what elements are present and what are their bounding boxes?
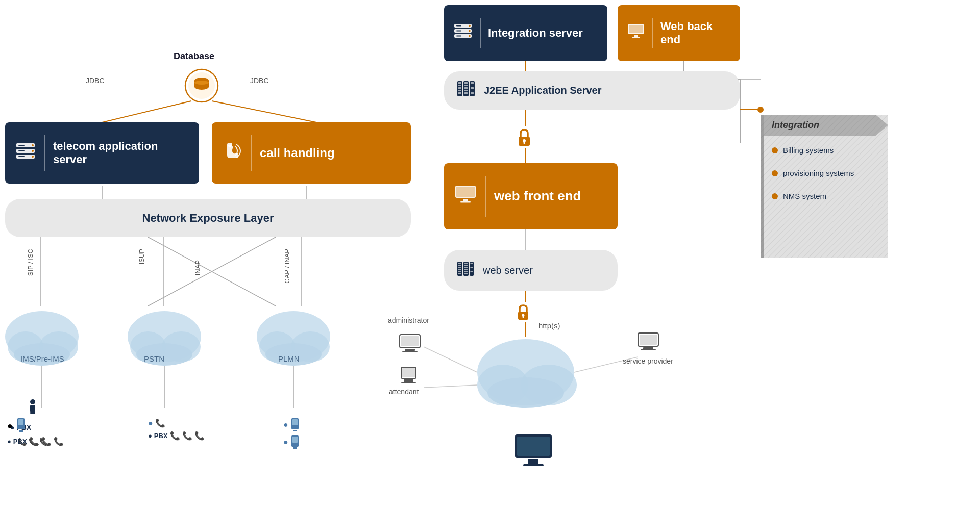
svg-rect-105: [456, 187, 475, 197]
svg-rect-123: [471, 263, 473, 264]
svg-rect-117: [464, 265, 468, 266]
svg-point-77: [469, 25, 471, 27]
webserver-icon: [456, 261, 475, 280]
svg-rect-114: [458, 273, 461, 274]
svg-rect-116: [464, 263, 468, 264]
svg-rect-132: [402, 351, 418, 352]
architecture-diagram: Database JDBC JDBC telecom application s…: [0, 0, 980, 513]
svg-point-40: [477, 365, 528, 405]
svg-rect-124: [471, 267, 473, 268]
svg-rect-112: [458, 269, 461, 270]
svg-rect-98: [471, 82, 474, 84]
j2ee-box: J2EE Application Server: [444, 71, 740, 110]
svg-rect-74: [456, 25, 461, 27]
svg-rect-3: [194, 81, 209, 87]
svg-rect-146: [761, 115, 888, 258]
ims-cloud-label: IMS/Pre-IMS: [20, 354, 64, 363]
svg-line-13: [148, 237, 276, 306]
svg-rect-89: [458, 90, 461, 91]
ims-bottom-devices: ● ● PBX 📞 📞 📞: [7, 418, 64, 446]
pstn-cloud-label: PSTN: [144, 354, 164, 363]
administrator-icon: [397, 330, 423, 358]
svg-line-43: [424, 347, 477, 372]
svg-point-2: [194, 78, 209, 84]
svg-rect-82: [634, 35, 638, 37]
svg-line-7: [212, 101, 316, 122]
svg-rect-56: [18, 150, 24, 151]
svg-rect-109: [458, 263, 461, 264]
j2ee-server-icon: [456, 80, 476, 101]
svg-rect-75: [456, 31, 461, 32]
divider: [251, 135, 252, 171]
svg-rect-55: [18, 145, 24, 146]
svg-rect-99: [471, 87, 474, 89]
network-exposure-label: Network Exposure Layer: [142, 212, 274, 225]
divider: [480, 18, 481, 48]
database-label: Database: [174, 51, 214, 62]
svg-point-5: [194, 81, 209, 85]
svg-rect-57: [18, 156, 24, 157]
plmn-cloud-label: PLMN: [278, 354, 300, 363]
svg-point-54: [32, 156, 34, 158]
big-monitor-icon: [513, 433, 554, 476]
svg-point-0: [185, 69, 218, 102]
svg-point-79: [469, 35, 471, 37]
svg-rect-130: [401, 336, 419, 346]
svg-rect-100: [471, 92, 474, 94]
divider: [652, 18, 653, 48]
network-exposure-box: Network Exposure Layer: [5, 199, 411, 237]
svg-rect-131: [405, 349, 415, 351]
svg-rect-69: [293, 447, 297, 449]
svg-rect-143: [528, 459, 538, 464]
web-frontend-label: web front end: [494, 188, 581, 204]
integration-server-icon: [453, 23, 473, 43]
jdbc-left-label: JDBC: [86, 76, 105, 85]
web-frontend-box: web front end: [444, 163, 618, 229]
svg-rect-107: [460, 201, 471, 203]
svg-rect-118: [464, 267, 468, 268]
telecom-box-label: telecom application server: [53, 140, 189, 167]
svg-rect-144: [523, 464, 544, 466]
svg-line-12: [148, 237, 276, 306]
svg-rect-110: [458, 265, 461, 266]
svg-rect-134: [402, 368, 415, 377]
svg-rect-106: [463, 199, 468, 201]
svg-point-1: [188, 72, 215, 99]
service-provider-icon: [635, 329, 661, 356]
telecom-application-server-box: telecom application server: [5, 122, 199, 184]
svg-point-21: [162, 331, 201, 362]
svg-point-41: [521, 365, 577, 405]
svg-rect-95: [464, 90, 468, 91]
web-server-label: web server: [483, 265, 533, 276]
svg-line-44: [424, 385, 477, 388]
divider: [44, 135, 45, 171]
service-provider-label: service provider: [623, 357, 673, 365]
web-server-box: web server: [444, 250, 618, 291]
svg-rect-70: [292, 437, 298, 443]
integration-panel-lines: [761, 115, 888, 258]
administrator-label: administrator: [388, 316, 429, 324]
svg-rect-59: [30, 405, 35, 412]
svg-rect-125: [471, 271, 473, 272]
svg-rect-87: [458, 85, 461, 86]
svg-rect-136: [401, 382, 416, 383]
svg-point-4: [194, 84, 209, 90]
svg-rect-111: [458, 267, 461, 268]
phone-icon: [222, 141, 242, 166]
svg-rect-139: [643, 347, 653, 349]
svg-rect-119: [464, 269, 468, 270]
svg-rect-140: [641, 349, 656, 350]
callhandling-box-label: call handling: [260, 146, 335, 161]
call-handling-box: call handling: [212, 122, 411, 184]
lock-icon-1: [516, 127, 533, 152]
cap-protocol-label: CAP / INAP: [283, 249, 291, 284]
jdbc-right-label: JDBC: [250, 76, 269, 85]
svg-point-78: [469, 30, 471, 32]
svg-rect-93: [464, 85, 468, 86]
monitor-icon: [627, 23, 645, 43]
integration-server-box: Integration server: [444, 5, 607, 61]
lock-icon-2: [516, 303, 531, 325]
svg-point-47: [757, 107, 764, 113]
svg-rect-103: [524, 141, 525, 144]
svg-point-52: [32, 144, 34, 146]
